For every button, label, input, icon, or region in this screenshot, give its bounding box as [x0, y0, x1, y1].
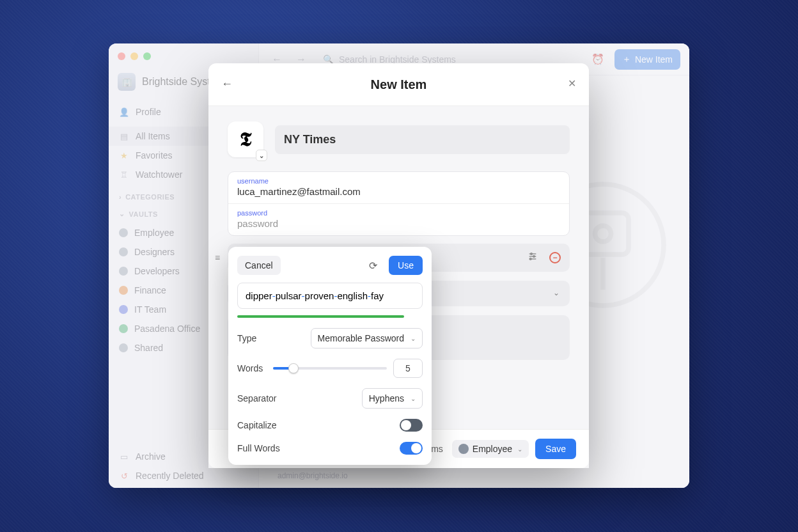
use-button[interactable]: Use	[389, 256, 423, 275]
separator-label: Separator	[237, 393, 276, 403]
minimize-window-icon[interactable]	[130, 52, 138, 60]
new-item-button[interactable]: ＋ New Item	[614, 49, 680, 70]
type-label: Type	[237, 333, 256, 343]
modal-header: ← New Item ✕	[208, 63, 589, 106]
credentials-group: username luca_martinez@fastmail.com pass…	[228, 171, 570, 236]
all-items-icon: ▤	[119, 132, 129, 141]
sidebar-item-label: All Items	[136, 131, 170, 141]
vault-color-icon	[119, 267, 128, 276]
chevron-down-icon: ⌄	[119, 210, 125, 218]
star-icon: ★	[119, 151, 129, 160]
sidebar-item-label: Recently Deleted	[136, 471, 204, 481]
zoom-window-icon[interactable]	[143, 52, 151, 60]
sidebar-item-label: Pasadena Office	[134, 324, 200, 334]
sidebar-item-label: Watchtower	[136, 169, 182, 180]
words-slider[interactable]	[273, 367, 387, 370]
recently-deleted-icon: ↺	[119, 471, 129, 481]
sidebar-item-label: Designers	[134, 247, 175, 257]
item-icon[interactable]: 𝕿 ⌄	[228, 121, 263, 157]
sidebar-item-recently-deleted[interactable]: ↺ Recently Deleted	[109, 466, 258, 485]
modal-title: New Item	[371, 77, 427, 92]
vault-dot-icon	[458, 444, 469, 454]
sidebar-item-label: IT Team	[134, 304, 166, 315]
generated-password-field[interactable]: dipper-pulsar-proven-english-fay	[237, 283, 423, 309]
sidebar-item-label: Profile	[136, 107, 161, 117]
profile-icon: 👤	[119, 107, 129, 117]
words-label: Words	[237, 363, 263, 373]
chevron-down-icon: ⌄	[411, 395, 416, 402]
full-words-label: Full Words	[237, 443, 280, 453]
item-title-input[interactable]: NY Times	[275, 125, 570, 154]
chevron-down-icon: ⌄	[517, 446, 522, 453]
sidebar-item-label: Shared	[134, 343, 163, 353]
chevron-down-icon: ⌄	[411, 335, 416, 342]
vault-color-icon	[119, 247, 128, 256]
regenerate-button[interactable]: ⟳	[369, 260, 377, 272]
svg-point-2	[595, 226, 611, 242]
separator-select[interactable]: Hyphens ⌄	[362, 388, 423, 409]
sidebar-item-label: Developers	[134, 266, 180, 276]
vault-color-icon	[119, 305, 128, 314]
sidebar-item-label: Favorites	[136, 150, 173, 160]
alerts-icon[interactable]: ⏰	[588, 53, 608, 65]
org-icon: 🏢	[118, 73, 136, 91]
drag-handle-icon[interactable]: ≡	[215, 253, 220, 263]
sidebar-item-label: Archive	[136, 451, 166, 462]
modal-close-button[interactable]: ✕	[568, 77, 576, 90]
settings-sliders-icon[interactable]	[528, 251, 538, 264]
sidebar-item-label: Employee	[134, 228, 174, 238]
words-count-input[interactable]: 5	[393, 359, 423, 378]
subtext-email: admin@brightside.io	[278, 471, 348, 480]
vault-color-icon	[119, 228, 128, 237]
vault-selector[interactable]: Employee ⌄	[452, 440, 529, 458]
chevron-right-icon: ›	[119, 193, 121, 201]
save-button[interactable]: Save	[535, 439, 576, 459]
type-select[interactable]: Memorable Password ⌄	[311, 328, 423, 348]
strength-meter	[237, 315, 404, 318]
modal-back-button[interactable]: ←	[221, 77, 233, 91]
password-field[interactable]: password password	[228, 204, 569, 235]
chevron-down-icon[interactable]: ⌄	[256, 150, 267, 161]
full-words-toggle[interactable]	[400, 442, 423, 455]
watchtower-icon: ♖	[119, 170, 129, 180]
plus-icon: ＋	[622, 54, 631, 65]
chevron-down-icon: ⌄	[553, 288, 559, 297]
close-window-icon[interactable]	[118, 52, 125, 60]
capitalize-label: Capitalize	[237, 420, 276, 430]
cancel-button[interactable]: Cancel	[237, 256, 281, 275]
archive-icon: ▭	[119, 452, 129, 462]
password-generator-popover: Cancel ⟳ Use dipper-pulsar-proven-englis…	[228, 247, 432, 465]
username-field[interactable]: username luca_martinez@fastmail.com	[228, 172, 569, 204]
remove-field-icon[interactable]: −	[549, 252, 561, 263]
capitalize-toggle[interactable]	[400, 419, 423, 432]
sidebar-item-label: Finance	[134, 285, 166, 295]
vault-color-icon	[119, 286, 128, 295]
vault-color-icon	[119, 343, 128, 352]
vault-color-icon	[119, 324, 128, 333]
